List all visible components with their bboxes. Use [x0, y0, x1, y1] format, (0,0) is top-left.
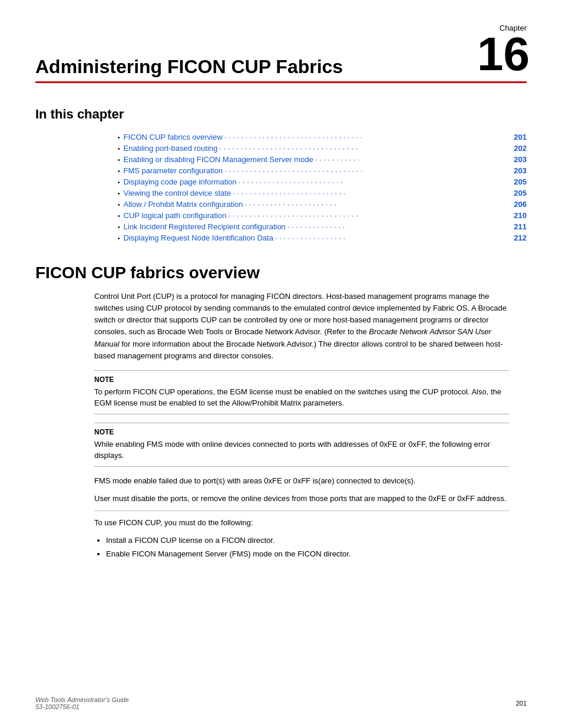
toc-list-item: •Allow / Prohibit Matrix configuration ·…: [118, 200, 527, 209]
toc-link-text[interactable]: Link Incident Registered Recipient confi…: [124, 222, 286, 231]
toc-link-text[interactable]: Allow / Prohibit Matrix configuration: [124, 200, 243, 209]
footer-doc-number: 53-1002756-01: [35, 703, 80, 710]
toc-link-text[interactable]: Enabling or disabling FICON Management S…: [124, 155, 313, 164]
toc-page-number: 205: [514, 177, 527, 186]
toc-page-number: 211: [514, 222, 527, 231]
toc-list-item: •Displaying Request Node Identification …: [118, 233, 527, 242]
note-box-1: NOTE To perform FICON CUP operations, th…: [94, 370, 509, 414]
toc-bullet: •: [118, 168, 120, 174]
toc-list: •FICON CUP fabrics overview · · · · · · …: [118, 133, 527, 242]
to-use-text: To use FICON CUP, you must do the follow…: [94, 517, 509, 529]
title-divider: [35, 81, 527, 83]
toc-page-number: 203: [514, 155, 527, 164]
toc-bullet: •: [118, 202, 120, 208]
section-divider: [94, 510, 509, 511]
error-text: FMS mode enable failed due to port(s) wi…: [94, 475, 509, 487]
toc-dots: · · · · · · · · · · · · · · · · · · · · …: [245, 200, 513, 209]
toc-list-item: •FMS parameter configuration · · · · · ·…: [118, 166, 527, 175]
toc-dots: · · · · · · · · · · · · · · · · · · · · …: [228, 211, 512, 220]
toc-link-text[interactable]: CUP logical path configuration: [124, 211, 227, 220]
toc-link-text[interactable]: FMS parameter configuration: [124, 166, 223, 175]
toc-link-text[interactable]: Enabling port-based routing: [124, 144, 218, 153]
footer-guide-info: Web Tools Administrator's Guide 53-10027…: [35, 696, 129, 710]
toc-dots: · · · · · · · · · · · · · · · · · · · · …: [224, 166, 512, 175]
toc-list-item: •Enabling port-based routing · · · · · ·…: [118, 144, 527, 153]
toc-bullet: •: [118, 235, 120, 242]
toc-dots: · · · · · · · · · · · · · · · · · · · · …: [224, 133, 513, 141]
toc-link-text[interactable]: Displaying code page information: [124, 177, 237, 186]
toc-bullet: •: [118, 179, 120, 186]
toc-page-number: 205: [514, 189, 527, 197]
toc-bullet: •: [118, 157, 120, 163]
page-footer: Web Tools Administrator's Guide 53-10027…: [35, 696, 527, 710]
toc-link-text[interactable]: FICON CUP fabrics overview: [124, 133, 223, 141]
bullet-list-item: Enable FICON Management Server (FMS) mod…: [106, 548, 509, 561]
note-label-2: NOTE: [94, 428, 509, 436]
bullet-list: Install a FICON CUP license on a FICON d…: [106, 535, 509, 561]
toc-dots: · · · · · · · · · · · · · · · · · · · · …: [233, 189, 512, 197]
toc-dots: · · · · · · · · · · · · · · · · · · · · …: [219, 144, 512, 153]
toc-list-item: •Viewing the control device state · · · …: [118, 189, 527, 197]
page-title: Administering FICON CUP Fabrics: [35, 56, 527, 81]
note-text-2: While enabling FMS mode with online devi…: [94, 439, 509, 462]
page: Chapter 16 Administering FICON CUP Fabri…: [0, 0, 562, 728]
toc-dots: · · · · · · · · · · · · · ·: [287, 222, 512, 231]
chapter-number: 16: [477, 31, 530, 78]
toc-link-text[interactable]: Displaying Request Node Identification D…: [124, 233, 273, 242]
toc-page-number: 203: [514, 166, 527, 175]
toc-list-item: •FICON CUP fabrics overview · · · · · · …: [118, 133, 527, 141]
toc-bullet: •: [118, 213, 120, 219]
toc-bullet: •: [118, 224, 120, 230]
toc-bullet: •: [118, 146, 120, 152]
toc-list-item: •Enabling or disabling FICON Management …: [118, 155, 527, 164]
toc-page-number: 212: [514, 233, 527, 242]
footer-page-number: 201: [516, 700, 527, 707]
toc-dots: · · · · · · · · · · · · · · · · ·: [275, 233, 512, 242]
toc-dots: · · · · · · · · · · ·: [315, 155, 513, 164]
ficon-body-text: Control Unit Port (CUP) is a protocol fo…: [94, 291, 509, 362]
in-this-chapter-heading: In this chapter: [35, 107, 527, 122]
note-label-1: NOTE: [94, 375, 509, 384]
footer-guide-title: Web Tools Administrator's Guide: [35, 696, 129, 703]
note-text-1: To perform FICON CUP operations, the EGM…: [94, 386, 509, 409]
toc-page-number: 202: [514, 144, 527, 153]
ficon-section-heading: FICON CUP fabrics overview: [35, 263, 527, 282]
user-note-text: User must disable the ports, or remove t…: [94, 493, 509, 505]
toc-page-number: 206: [514, 200, 527, 209]
toc-dots: · · · · · · · · · · · · · · · · · · · · …: [239, 177, 513, 186]
toc-page-number: 210: [514, 211, 527, 220]
bullet-list-item: Install a FICON CUP license on a FICON d…: [106, 535, 509, 547]
toc-list-item: •CUP logical path configuration · · · · …: [118, 211, 527, 220]
toc-link-text[interactable]: Viewing the control device state: [124, 189, 232, 197]
toc-bullet: •: [118, 190, 120, 197]
toc-list-item: •Displaying code page information · · · …: [118, 177, 527, 186]
ficon-content: Control Unit Port (CUP) is a protocol fo…: [94, 291, 509, 561]
toc-page-number: 201: [514, 133, 527, 141]
toc-list-item: •Link Incident Registered Recipient conf…: [118, 222, 527, 231]
toc-bullet: •: [118, 134, 120, 141]
note-box-2: NOTE While enabling FMS mode with online…: [94, 423, 509, 467]
